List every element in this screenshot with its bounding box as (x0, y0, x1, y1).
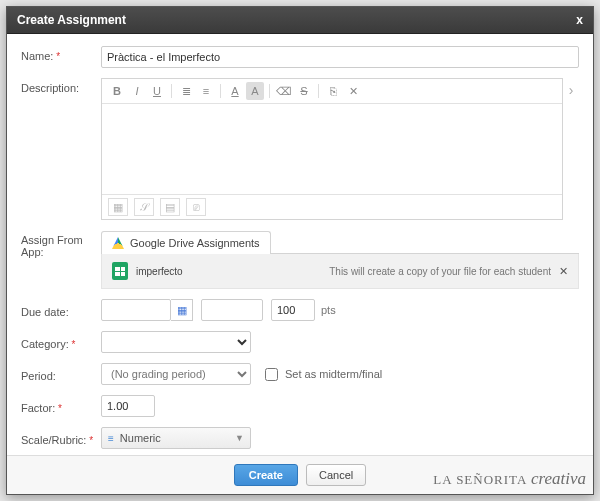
insert-table-icon[interactable]: ▤ (160, 198, 180, 216)
calendar-icon[interactable]: ▦ (171, 299, 193, 321)
close-icon[interactable]: x (576, 13, 583, 27)
strike-icon[interactable]: S (295, 82, 313, 100)
scale-value: Numeric (120, 432, 161, 444)
attach-resource-icon[interactable]: ▦ (108, 198, 128, 216)
separator (269, 84, 270, 98)
attached-file-name: imperfecto (136, 266, 183, 277)
bold-icon[interactable]: B (108, 82, 126, 100)
period-select[interactable]: (No grading period) (101, 363, 251, 385)
name-label: Name: (21, 46, 101, 62)
app-tabbar: Google Drive Assignments (101, 230, 579, 254)
watermark-a: LA SEÑORITA (433, 472, 526, 487)
highlight-icon[interactable]: A (246, 82, 264, 100)
numeric-icon: ≡ (108, 433, 114, 444)
rte-footer: ▦ 𝒮 ▤ ⎚ (102, 194, 562, 219)
category-label: Category: (21, 334, 101, 350)
tab-label: Google Drive Assignments (130, 237, 260, 249)
midterm-checkbox-row[interactable]: Set as midterm/final (261, 365, 382, 384)
separator (220, 84, 221, 98)
bullet-list-icon[interactable]: ≣ (177, 82, 195, 100)
period-label: Period: (21, 366, 101, 382)
google-drive-icon (112, 237, 124, 249)
watermark-b: creativa (531, 469, 586, 488)
chevron-down-icon: ▼ (235, 433, 244, 443)
scale-label: Scale/Rubric: (21, 430, 101, 446)
fullscreen-icon[interactable]: ⎚ (186, 198, 206, 216)
cancel-button[interactable]: Cancel (306, 464, 366, 486)
separator (171, 84, 172, 98)
rte-toolbar: B I U ≣ ≡ A A ⌫ S ⎘ ✕ (102, 79, 562, 104)
watermark: LA SEÑORITA creativa (433, 469, 586, 489)
assign-app-label: Assign From App: (21, 230, 101, 258)
points-input[interactable] (271, 299, 315, 321)
insert-link-icon[interactable]: ⎘ (324, 82, 342, 100)
copy-hint: This will create a copy of your file for… (191, 266, 551, 277)
modal-titlebar: Create Assignment x (7, 7, 593, 34)
insert-symbol-icon[interactable]: 𝒮 (134, 198, 154, 216)
name-input[interactable] (101, 46, 579, 68)
due-label: Due date: (21, 302, 101, 318)
remove-link-icon[interactable]: ✕ (344, 82, 362, 100)
underline-icon[interactable]: U (148, 82, 166, 100)
create-assignment-modal: Create Assignment x Name: Description: B… (6, 6, 594, 495)
scale-select[interactable]: ≡ Numeric ▼ (101, 427, 251, 449)
text-color-icon[interactable]: A (226, 82, 244, 100)
tab-google-drive[interactable]: Google Drive Assignments (101, 231, 271, 254)
attached-file-bar: imperfecto This will create a copy of yo… (101, 254, 579, 289)
create-button[interactable]: Create (234, 464, 298, 486)
midterm-checkbox[interactable] (265, 368, 278, 381)
separator (318, 84, 319, 98)
remove-file-icon[interactable]: ✕ (559, 265, 568, 278)
expand-editor-icon[interactable]: › (563, 78, 579, 98)
modal-title: Create Assignment (17, 13, 126, 27)
description-body[interactable] (102, 104, 562, 194)
modal-body: Name: Description: B I U ≣ ≡ A (7, 34, 593, 455)
factor-input[interactable] (101, 395, 155, 417)
italic-icon[interactable]: I (128, 82, 146, 100)
ordered-list-icon[interactable]: ≡ (197, 82, 215, 100)
google-sheets-icon (112, 262, 128, 280)
description-editor: B I U ≣ ≡ A A ⌫ S ⎘ ✕ (101, 78, 563, 220)
description-label: Description: (21, 78, 101, 94)
midterm-label: Set as midterm/final (285, 368, 382, 380)
points-label: pts (321, 304, 336, 316)
due-date-input[interactable] (101, 299, 171, 321)
category-select[interactable] (101, 331, 251, 353)
clear-format-icon[interactable]: ⌫ (275, 82, 293, 100)
factor-label: Factor: (21, 398, 101, 414)
due-time-input[interactable] (201, 299, 263, 321)
